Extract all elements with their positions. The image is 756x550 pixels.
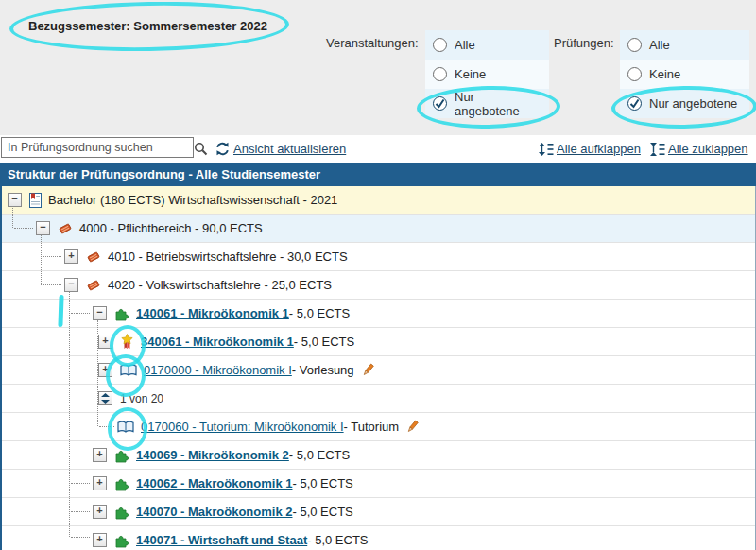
tree-row-pagination: 1 von 20 xyxy=(2,385,755,413)
tree-row-140070[interactable]: + 140070 - Makroökonomik 2 - 5,0 ECTS xyxy=(2,498,755,526)
module-link[interactable]: 140062 - Makroökonomik 1 xyxy=(136,476,292,490)
expander-expand[interactable]: + xyxy=(64,249,78,264)
tree-row-0170060[interactable]: 0170060 - Tutorium: Mikroökonomik I - Tu… xyxy=(2,413,755,441)
filter-bar: Bezugssemester: Sommersemester 2022 Vera… xyxy=(0,0,756,135)
ects-suffix: - 5,0 ECTS xyxy=(292,505,352,519)
expander-expand[interactable]: + xyxy=(93,448,107,462)
radio-veranstaltungen-nur-angebotene[interactable]: Nur angebotene xyxy=(425,89,549,118)
account-icon xyxy=(86,278,101,292)
regulation-document-icon xyxy=(29,193,42,208)
module-puzzle-icon xyxy=(114,448,129,463)
module-link[interactable]: 140061 - Mikroökonomik 1 xyxy=(136,306,289,320)
course-link[interactable]: 0170000 - Mikroökonomik I xyxy=(144,363,292,377)
toolbar: Ansicht aktualisieren Alle aufklappen xyxy=(0,135,756,163)
module-link[interactable]: 140070 - Makroökonomik 2 xyxy=(136,505,292,519)
radio-pruefungen-nur-angebotene[interactable]: Nur angebotene xyxy=(620,89,749,118)
radio-pruefungen-keine[interactable]: Keine xyxy=(620,60,749,89)
module-link[interactable]: 140071 - Wirtschaft und Staat xyxy=(136,533,307,547)
account-icon xyxy=(58,221,73,235)
pagination-toggle-button[interactable] xyxy=(98,391,112,405)
radio-veranstaltungen-keine[interactable]: Keine xyxy=(425,60,549,89)
tree-row-140069[interactable]: + 140069 - Mikroökonomik 2 - 5,0 ECTS xyxy=(2,441,755,470)
ects-suffix: - 5,0 ECTS xyxy=(294,335,354,349)
tree-row-label: 4010 - Betriebswirtschaftslehre - 30,0 E… xyxy=(108,249,348,264)
module-puzzle-icon xyxy=(114,306,129,321)
tree-row-4010[interactable]: + 4010 - Betriebswirtschaftslehre - 30,0… xyxy=(2,243,755,271)
module-puzzle-icon xyxy=(114,533,129,548)
refresh-view-link[interactable]: Ansicht aktualisieren xyxy=(233,142,346,156)
radio-unchecked-icon xyxy=(627,67,642,81)
tree-row-140061[interactable]: − 140061 - Mikroökonomik 1 - 5,0 ECTS xyxy=(2,300,755,328)
ects-suffix: - 5,0 ECTS xyxy=(289,448,350,462)
expander-expand[interactable]: + xyxy=(98,335,112,349)
ects-suffix: - 5,0 ECTS xyxy=(292,476,352,490)
radio-checked-icon xyxy=(627,96,642,111)
course-link[interactable]: 0170060 - Tutorium: Mikroökonomik I xyxy=(141,420,344,434)
expander-collapse[interactable]: − xyxy=(93,306,107,320)
radio-unchecked-icon xyxy=(433,67,447,81)
pruefungen-radio-group: Alle Keine Nur angebotene xyxy=(620,30,749,118)
exam-regulation-tree: − Bachelor (180 ECTS) Wirtschaftswissens… xyxy=(0,186,756,550)
veranstaltungen-label: Veranstaltungen: xyxy=(326,36,419,50)
collapse-all-icon[interactable] xyxy=(650,143,665,159)
tree-row-label: 4000 - Pflichtbereich - 90,0 ECTS xyxy=(79,221,263,235)
ects-suffix: - 5,0 ECTS xyxy=(289,306,350,320)
reference-semester-label: Bezugssemester: Sommersemester 2022 xyxy=(28,19,267,33)
expander-expand[interactable]: + xyxy=(98,363,112,377)
expand-all-icon[interactable] xyxy=(539,143,554,159)
radio-label: Keine xyxy=(455,67,486,81)
tree-row-bachelor[interactable]: − Bachelor (180 ECTS) Wirtschaftswissens… xyxy=(2,186,755,215)
radio-label: Alle xyxy=(649,38,670,52)
radio-checked-icon xyxy=(433,96,447,111)
radio-pruefungen-alle[interactable]: Alle xyxy=(620,30,749,60)
tree-row-140071[interactable]: + 140071 - Wirtschaft und Staat - 5,0 EC… xyxy=(2,526,755,550)
collapse-all-link[interactable]: Alle zuklappen xyxy=(668,142,748,156)
expander-expand[interactable]: + xyxy=(93,476,107,490)
radio-label: Keine xyxy=(649,67,680,81)
course-type-suffix: - Vorlesung xyxy=(292,363,354,377)
tree-row-label: 4020 - Volkswirtschaftslehre - 25,0 ECTS xyxy=(108,278,332,292)
expand-all-link[interactable]: Alle aufklappen xyxy=(557,142,641,156)
module-link[interactable]: 140069 - Mikroökonomik 2 xyxy=(136,448,289,462)
tree-row-0170000[interactable]: + 0170000 - Mikroökonomik I - Vorlesung xyxy=(2,356,755,385)
course-book-icon xyxy=(117,421,134,434)
screen: Bezugssemester: Sommersemester 2022 Vera… xyxy=(0,0,756,550)
course-type-suffix: - Tutorium xyxy=(344,420,400,434)
expander-collapse[interactable]: − xyxy=(64,278,78,292)
expander-expand[interactable]: + xyxy=(93,533,107,547)
edit-pencil-icon[interactable] xyxy=(405,420,420,434)
tree-row-4020[interactable]: − 4020 - Volkswirtschaftslehre - 25,0 EC… xyxy=(2,271,755,300)
search-input[interactable] xyxy=(1,137,194,158)
course-book-icon xyxy=(120,364,137,377)
veranstaltungen-radio-group: Alle Keine Nur angebotene xyxy=(425,30,549,118)
tree-row-label: Bachelor (180 ECTS) Wirtschaftswissensch… xyxy=(48,193,337,207)
expander-collapse[interactable]: − xyxy=(8,193,22,207)
tree-row-4000[interactable]: − 4000 - Pflichtbereich - 90,0 ECTS xyxy=(2,215,755,243)
tree-row-340061[interactable]: + 340061 - Mikroökonomik 1 - 5,0 ECTS xyxy=(2,328,755,356)
radio-veranstaltungen-alle[interactable]: Alle xyxy=(425,30,549,60)
module-puzzle-icon xyxy=(114,476,129,491)
account-icon xyxy=(86,249,101,264)
pruefungen-label: Prüfungen: xyxy=(554,36,614,50)
radio-label: Nur angebotene xyxy=(455,90,541,118)
refresh-icon[interactable] xyxy=(215,141,231,160)
tree-header: Struktur der Prüfungsordnung - Alle Stud… xyxy=(0,163,756,186)
ects-suffix: - 5,0 ECTS xyxy=(307,533,368,547)
pagination-label: 1 von 20 xyxy=(120,392,163,405)
radio-unchecked-icon xyxy=(433,38,447,52)
radio-unchecked-icon xyxy=(627,38,642,52)
expander-expand[interactable]: + xyxy=(93,505,107,519)
edit-pencil-icon[interactable] xyxy=(361,363,375,377)
radio-label: Alle xyxy=(455,38,475,52)
module-puzzle-icon xyxy=(114,505,129,520)
radio-label: Nur angebotene xyxy=(649,96,737,111)
exam-link[interactable]: 340061 - Mikroökonomik 1 xyxy=(141,335,294,349)
exam-medal-icon xyxy=(120,334,134,350)
expander-collapse[interactable]: − xyxy=(36,221,50,235)
search-icon[interactable] xyxy=(194,142,208,159)
tree-row-140062[interactable]: + 140062 - Makroökonomik 1 - 5,0 ECTS xyxy=(2,470,755,498)
